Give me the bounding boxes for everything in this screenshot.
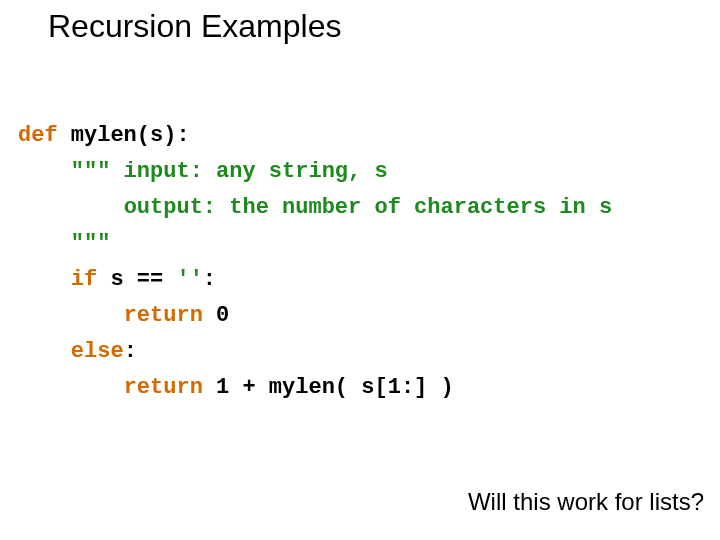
code-indent <box>18 231 71 256</box>
code-indent <box>18 303 124 328</box>
keyword-def: def <box>18 123 58 148</box>
slide: Recursion Examples def mylen(s): """ inp… <box>0 0 720 540</box>
string-literal: '' <box>176 267 202 292</box>
code-indent <box>18 375 124 400</box>
docstring-text: output: the number of characters in s <box>124 195 612 220</box>
slide-title: Recursion Examples <box>48 8 341 45</box>
keyword-return: return <box>124 375 203 400</box>
code-indent <box>18 339 71 364</box>
code-text: 1 + mylen( s[1:] ) <box>203 375 454 400</box>
code-text: : <box>203 267 216 292</box>
keyword-if: if <box>71 267 97 292</box>
code-indent <box>18 267 71 292</box>
question-text: Will this work for lists? <box>468 488 704 516</box>
code-indent <box>18 195 124 220</box>
code-text: : <box>124 339 137 364</box>
code-text: mylen(s): <box>58 123 190 148</box>
code-text: 0 <box>203 303 229 328</box>
code-indent <box>18 159 71 184</box>
keyword-else: else <box>71 339 124 364</box>
code-text: s == <box>97 267 176 292</box>
keyword-return: return <box>124 303 203 328</box>
docstring-text: input: any string, s <box>110 159 387 184</box>
docstring-open: """ <box>71 159 111 184</box>
code-block: def mylen(s): """ input: any string, s o… <box>18 118 612 406</box>
docstring-close: """ <box>71 231 111 256</box>
